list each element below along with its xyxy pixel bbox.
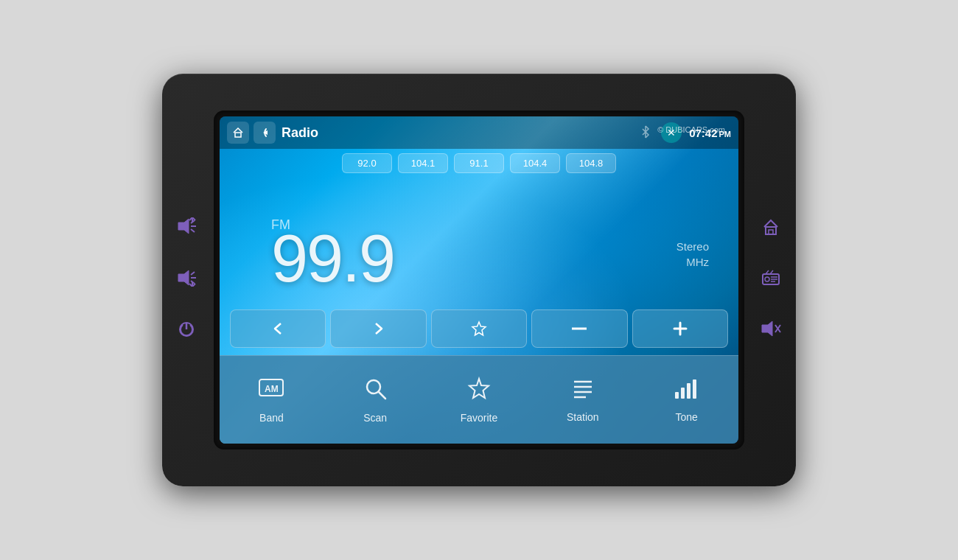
frequency-info: Stereo MHz <box>676 240 709 268</box>
band-label: Band <box>259 412 284 424</box>
svg-marker-25 <box>762 321 772 336</box>
scan-icon <box>363 377 387 406</box>
station-label: Station <box>567 411 599 423</box>
next-button[interactable] <box>330 309 426 348</box>
preset-1[interactable]: 92.0 <box>342 153 392 173</box>
presets-row: 92.0 104.1 91.1 104.4 104.8 <box>220 153 738 173</box>
nav-tone[interactable]: Tone <box>634 377 738 423</box>
screen-bezel: © DUBICARS.com Radio <box>214 111 744 449</box>
favorite-button[interactable] <box>431 309 527 348</box>
svg-marker-37 <box>469 379 489 398</box>
svg-point-19 <box>765 277 769 281</box>
plus-button[interactable] <box>632 309 728 348</box>
controls-row <box>220 309 738 348</box>
header-bar: Radio ✕ 07:42PM <box>220 116 738 149</box>
svg-marker-7 <box>178 270 189 285</box>
mute-button[interactable] <box>761 320 781 342</box>
home-button-right[interactable] <box>762 218 780 240</box>
header-home-button[interactable] <box>227 122 249 144</box>
svg-rect-45 <box>693 379 696 399</box>
nav-station[interactable]: Station <box>531 377 634 423</box>
preset-4[interactable]: 104.4 <box>510 153 560 173</box>
header-back-button[interactable] <box>254 122 276 144</box>
band-icon: AM <box>258 377 284 406</box>
favorite-nav-icon <box>466 377 492 406</box>
nav-band[interactable]: AM Band <box>220 377 324 424</box>
minus-button[interactable] <box>531 309 627 348</box>
station-icon <box>571 377 595 405</box>
scan-label: Scan <box>363 412 387 424</box>
svg-line-8 <box>191 272 195 275</box>
frequency-display: FM 99.9 Stereo MHz <box>220 190 738 318</box>
svg-rect-44 <box>687 383 690 399</box>
device-body: © DUBICARS.com Radio <box>162 74 796 486</box>
right-side-buttons <box>761 218 781 342</box>
nav-scan[interactable]: Scan <box>324 377 427 424</box>
svg-rect-43 <box>681 388 685 399</box>
stereo-label: Stereo <box>676 240 709 253</box>
tone-label: Tone <box>675 411 697 423</box>
screen: © DUBICARS.com Radio <box>220 116 738 444</box>
preset-2[interactable]: 104.1 <box>398 153 448 173</box>
svg-line-36 <box>379 392 385 399</box>
left-side-buttons <box>177 217 196 343</box>
preset-3[interactable]: 91.1 <box>454 153 504 173</box>
power-button[interactable] <box>178 321 195 343</box>
frequency-unit: MHz <box>676 256 709 268</box>
tone-icon <box>674 377 700 405</box>
prev-button[interactable] <box>230 309 326 348</box>
frequency-number: 99.9 <box>271 225 394 292</box>
bottom-nav: AM Band Scan <box>220 355 738 444</box>
svg-rect-16 <box>766 227 776 234</box>
svg-text:AM: AM <box>265 384 279 394</box>
svg-line-3 <box>191 229 195 232</box>
header-time: 07:42PM <box>689 127 731 139</box>
svg-marker-29 <box>472 322 486 335</box>
header-close-button[interactable]: ✕ <box>661 122 682 143</box>
svg-marker-0 <box>178 219 189 234</box>
favorite-nav-label: Favorite <box>461 412 498 424</box>
svg-rect-42 <box>675 392 679 399</box>
header-title: Radio <box>282 125 640 141</box>
radio-icon-button[interactable] <box>761 270 780 290</box>
preset-5[interactable]: 104.8 <box>566 153 616 173</box>
volume-up-button[interactable] <box>177 217 196 239</box>
bluetooth-icon <box>640 125 651 141</box>
svg-rect-28 <box>235 133 241 137</box>
volume-down-button[interactable] <box>177 269 196 291</box>
nav-favorite[interactable]: Favorite <box>427 377 531 424</box>
